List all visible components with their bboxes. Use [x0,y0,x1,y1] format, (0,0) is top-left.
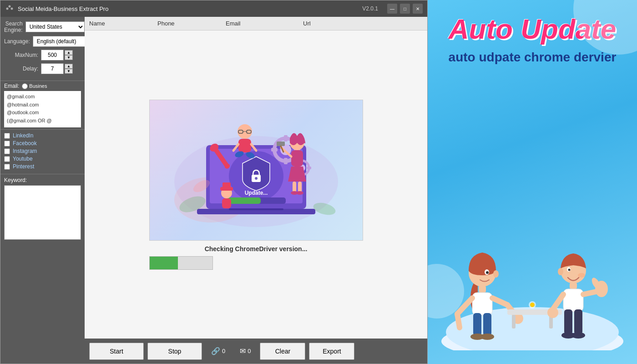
col-phone: Phone [157,20,226,27]
svg-point-79 [578,273,585,278]
delay-spinners: ▲ ▼ [65,64,73,74]
svg-rect-61 [479,286,486,293]
svg-point-2 [11,8,13,10]
update-overlay: Update... [85,30,427,339]
app-icon [5,4,14,13]
update-image: Update... [149,100,363,241]
instagram-checkbox[interactable] [4,148,10,154]
language-select[interactable]: English (default) Spanish French [33,36,92,47]
language-control: English (default) Spanish French [33,36,92,47]
email-header: Email: Busines [4,83,81,89]
clear-button[interactable]: Clear [260,343,305,360]
table-header: Name Phone Email Url [85,17,427,30]
instagram-label: Instagram [13,148,37,154]
keyword-textarea[interactable] [4,185,81,240]
linkedin-label: LinkedIn [13,132,33,139]
email-label: Email: [4,83,19,89]
maxnum-control: 500 ▲ ▼ [41,50,73,61]
social-facebook: Facebook [4,140,81,147]
col-name: Name [89,20,157,27]
email-radio-input[interactable] [22,83,28,89]
app-window: Social Meida-Business Extract Pro V2.0.1… [0,0,428,364]
update-svg: Update... [156,109,356,232]
deco-panel: Auto Update auto udpate chrome dervier [428,0,637,364]
svg-rect-26 [227,197,261,204]
svg-rect-73 [512,315,516,329]
svg-text:Update...: Update... [244,190,268,196]
svg-rect-62 [472,293,492,315]
search-engine-row: Search Engine: United States United King… [4,20,81,33]
svg-rect-50 [222,182,231,188]
svg-point-60 [486,271,489,274]
svg-point-85 [571,332,585,339]
search-engine-control: United States United Kingdom Canada Aust… [25,21,85,32]
svg-rect-83 [574,309,582,334]
characters-svg [437,196,628,350]
svg-rect-34 [238,139,251,152]
delay-input[interactable]: 7 [41,63,64,74]
svg-rect-64 [483,313,491,336]
social-instagram: Instagram [4,148,81,154]
close-button[interactable]: ✕ [413,4,423,14]
svg-rect-51 [222,198,231,208]
facebook-label: Facebook [13,140,37,147]
progress-bar-background [149,256,213,270]
email-list: @gmail.com @hotmail.com @outlook.com (@g… [4,91,81,127]
col-url: Url [303,20,423,27]
youtube-label: Youtube [13,156,33,162]
youtube-checkbox[interactable] [4,156,10,162]
email-radio-label: Busines [22,83,50,89]
language-row: Language: English (default) Spanish Fren… [4,36,81,47]
app-version: V2.0.1 [362,5,378,12]
social-section: LinkedIn Facebook Instagram Youtube Pint… [0,129,85,174]
maximize-button[interactable]: □ [400,4,410,14]
right-panel: Name Phone Email Url [85,17,427,364]
window-controls: — □ ✕ [387,4,423,14]
bottom-toolbar: Start Stop 🔗 0 ✉ 0 Clear Export [85,339,427,364]
search-engine-label: Search Engine: [4,20,23,33]
delay-down-button[interactable]: ▼ [65,69,73,74]
stop-button[interactable]: Stop [147,343,202,360]
title-bar: Social Meida-Business Extract Pro V2.0.1… [0,0,427,17]
keyword-label: Keyword: [4,177,81,183]
email-radio-text: Busines [29,83,47,89]
settings-area: Search Engine: United States United King… [0,17,85,81]
export-button[interactable]: Export [309,343,354,360]
pinterest-checkbox[interactable] [4,164,10,170]
left-panel: Search Engine: United States United King… [0,17,85,364]
svg-rect-15 [284,135,288,142]
svg-rect-80 [570,283,577,289]
language-label: Language: [4,38,30,45]
social-pinterest: Pinterest [4,163,81,170]
deco-circle-1 [573,0,637,55]
email-section: Email: Busines @gmail.com @hotmail.com @… [0,81,85,129]
email-counter: ✉ 0 [234,347,256,355]
svg-point-92 [530,303,535,307]
svg-rect-24 [307,167,311,169]
minimize-button[interactable]: — [387,4,397,14]
social-youtube: Youtube [4,156,81,162]
facebook-checkbox[interactable] [4,141,10,147]
maxnum-spinners: ▲ ▼ [65,50,73,60]
maxnum-up-button[interactable]: ▲ [65,50,73,55]
maxnum-input[interactable]: 500 [41,50,64,61]
keyword-section: Keyword: [0,174,85,364]
svg-line-68 [457,314,460,328]
progress-area [149,256,363,270]
svg-point-0 [6,8,9,10]
progress-bar-fill [150,257,178,269]
search-engine-select[interactable]: United States United Kingdom Canada Aust… [25,21,85,32]
deco-subtitle: auto udpate chrome dervier [449,49,617,66]
email-icon: ✉ [240,347,246,355]
svg-point-76 [558,268,563,275]
maxnum-down-button[interactable]: ▼ [65,55,73,60]
delay-label: Delay: [4,66,38,72]
pinterest-label: Pinterest [13,163,34,170]
svg-rect-82 [564,309,572,334]
email-item-3: @outlook.com [7,109,78,117]
svg-rect-17 [271,148,278,152]
linkedin-checkbox[interactable] [4,133,10,139]
start-button[interactable]: Start [89,343,144,360]
email-item-2: @hotmail.com [7,101,78,109]
delay-up-button[interactable]: ▲ [65,64,73,69]
